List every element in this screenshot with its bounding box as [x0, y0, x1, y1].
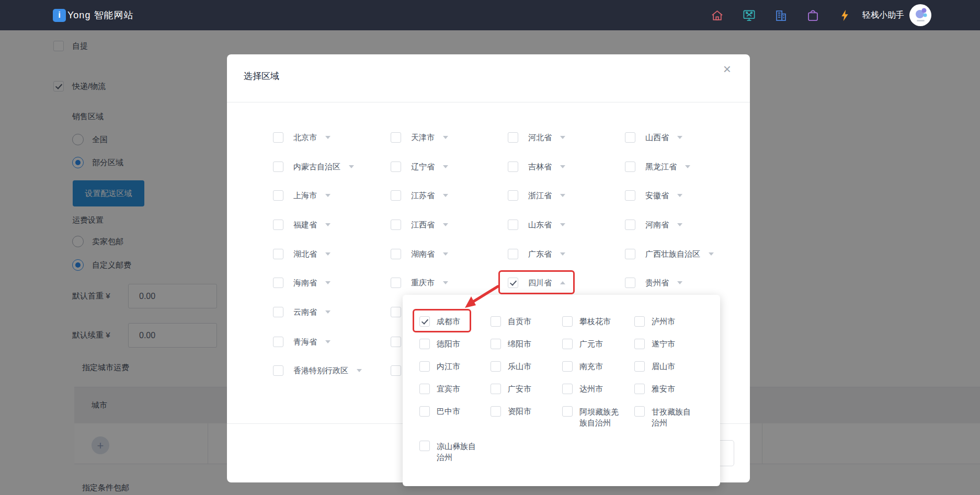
province-checkbox[interactable] [625, 249, 635, 259]
chevron-down-icon[interactable] [443, 136, 448, 139]
province-item[interactable]: 浙江省 [508, 185, 565, 206]
province-item[interactable]: 山东省 [508, 214, 565, 235]
province-item[interactable]: 云南省 [273, 302, 331, 323]
chevron-down-icon[interactable] [443, 165, 448, 168]
chevron-down-icon[interactable] [325, 223, 331, 226]
city-checkbox[interactable] [634, 361, 645, 372]
city-checkbox[interactable] [491, 406, 501, 417]
province-item[interactable]: 重庆市 [391, 272, 448, 293]
city-checkbox[interactable] [491, 316, 501, 327]
brand-logo[interactable]: i Yong 智能网站 [53, 0, 133, 30]
chevron-down-icon[interactable] [325, 194, 331, 197]
city-item[interactable]: 内江市 [419, 361, 460, 372]
shop-bag-icon[interactable] [806, 8, 820, 22]
city-checkbox[interactable] [562, 316, 573, 327]
city-item[interactable]: 自贡市 [491, 316, 531, 327]
city-item[interactable]: 德阳市 [419, 339, 460, 349]
city-checkbox[interactable] [491, 361, 501, 372]
chevron-down-icon[interactable] [560, 252, 565, 256]
province-checkbox[interactable] [273, 162, 283, 172]
city-checkbox[interactable] [562, 406, 573, 417]
city-item[interactable]: 攀枝花市 [562, 316, 611, 327]
city-item[interactable]: 眉山市 [634, 361, 675, 372]
province-checkbox[interactable] [508, 220, 518, 230]
city-checkbox[interactable] [491, 384, 501, 394]
chevron-down-icon[interactable] [677, 136, 682, 139]
city-checkbox[interactable] [419, 361, 430, 372]
chevron-up-icon[interactable] [560, 281, 565, 284]
province-checkbox[interactable] [508, 278, 518, 288]
province-checkbox[interactable] [391, 307, 401, 317]
province-checkbox[interactable] [508, 162, 518, 172]
city-item[interactable]: 资阳市 [491, 406, 531, 417]
province-item[interactable]: 上海市 [273, 185, 331, 206]
province-checkbox[interactable] [273, 190, 283, 201]
province-checkbox[interactable] [273, 365, 283, 376]
chevron-down-icon[interactable] [443, 223, 448, 226]
buildings-icon[interactable] [774, 8, 788, 22]
chevron-down-icon[interactable] [677, 223, 682, 226]
province-checkbox[interactable] [391, 220, 401, 230]
city-item[interactable]: 南充市 [562, 361, 603, 372]
city-item[interactable]: 宜宾市 [419, 384, 460, 394]
chevron-down-icon[interactable] [325, 252, 331, 256]
home-icon[interactable] [710, 8, 724, 22]
city-checkbox[interactable] [634, 406, 645, 417]
province-checkbox[interactable] [273, 307, 283, 317]
city-item[interactable]: 阿坝藏族羌族自治州 [562, 406, 623, 428]
city-item[interactable]: 甘孜藏族自治州 [634, 406, 696, 428]
province-item[interactable]: 天津市 [391, 127, 448, 148]
city-item[interactable]: 雅安市 [634, 384, 675, 394]
chevron-down-icon[interactable] [325, 136, 331, 139]
province-item[interactable]: 香港特别行政区 [273, 360, 362, 381]
city-item[interactable]: 巴中市 [419, 406, 460, 417]
province-item[interactable]: 福建省 [273, 214, 331, 235]
close-icon[interactable]: × [720, 62, 734, 76]
province-checkbox[interactable] [391, 278, 401, 288]
chevron-down-icon[interactable] [677, 281, 682, 284]
province-checkbox[interactable] [391, 365, 401, 376]
chevron-down-icon[interactable] [677, 194, 682, 197]
province-item[interactable]: 四川省 [508, 272, 565, 293]
province-checkbox[interactable] [391, 249, 401, 259]
province-item[interactable]: 河南省 [625, 214, 682, 235]
province-checkbox[interactable] [625, 162, 635, 172]
city-checkbox[interactable] [634, 339, 645, 349]
province-item[interactable]: 山西省 [625, 127, 682, 148]
province-item[interactable]: 湖南省 [391, 244, 448, 264]
city-checkbox[interactable] [491, 339, 501, 349]
city-item[interactable]: 凉山彝族自治州 [419, 441, 481, 463]
chevron-down-icon[interactable] [685, 165, 690, 168]
province-item[interactable]: 广东省 [508, 244, 565, 264]
chevron-down-icon[interactable] [325, 281, 331, 284]
city-item[interactable]: 遂宁市 [634, 339, 675, 349]
chevron-down-icon[interactable] [443, 252, 448, 256]
chevron-down-icon[interactable] [709, 252, 714, 256]
province-item[interactable]: 海南省 [273, 272, 331, 293]
chevron-down-icon[interactable] [443, 194, 448, 197]
province-checkbox[interactable] [508, 190, 518, 201]
province-checkbox[interactable] [508, 132, 518, 143]
province-item[interactable]: 青海省 [273, 331, 331, 352]
province-checkbox[interactable] [625, 220, 635, 230]
province-item[interactable]: 吉林省 [508, 156, 565, 177]
city-item[interactable]: 绵阳市 [491, 339, 531, 349]
chevron-down-icon[interactable] [325, 310, 331, 314]
province-item[interactable]: 安徽省 [625, 185, 682, 206]
province-item[interactable]: 北京市 [273, 127, 331, 148]
province-checkbox[interactable] [273, 337, 283, 347]
avatar[interactable] [909, 4, 931, 26]
city-checkbox[interactable] [419, 441, 430, 451]
province-item[interactable]: 广西壮族自治区 [625, 244, 714, 264]
city-item[interactable]: 成都市 [419, 316, 460, 327]
province-item[interactable]: 江苏省 [391, 185, 448, 206]
lightning-icon[interactable] [838, 8, 852, 22]
chevron-down-icon[interactable] [560, 223, 565, 226]
chevron-down-icon[interactable] [357, 369, 362, 372]
province-checkbox[interactable] [508, 249, 518, 259]
chevron-down-icon[interactable] [349, 165, 354, 168]
province-checkbox[interactable] [391, 190, 401, 201]
city-checkbox[interactable] [419, 316, 430, 327]
city-checkbox[interactable] [634, 316, 645, 327]
province-checkbox[interactable] [273, 278, 283, 288]
